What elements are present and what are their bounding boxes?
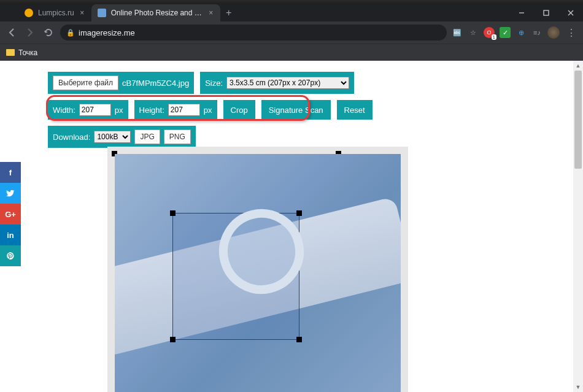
favorite-icon[interactable]: ☆ (468, 27, 479, 38)
translate-icon[interactable]: 🔤 (452, 27, 463, 38)
nav-forward-icon[interactable] (23, 26, 37, 39)
share-googleplus-icon[interactable]: G+ (0, 204, 21, 225)
width-input[interactable] (79, 104, 111, 116)
crop-handle[interactable] (296, 210, 302, 216)
width-chip: Width: px (48, 100, 128, 120)
scroll-down-icon[interactable]: ▼ (573, 382, 583, 392)
size-select[interactable]: 3.5x3.5 cm (207px x 207px) (226, 77, 349, 89)
download-jpg-button[interactable]: JPG (134, 129, 160, 144)
window-close-icon[interactable] (558, 4, 583, 21)
extension-check-icon[interactable]: ✓ (500, 27, 511, 38)
profile-avatar[interactable] (547, 26, 560, 39)
window-top (0, 0, 583, 4)
reading-list-icon[interactable]: ≡♪ (531, 27, 542, 38)
social-share-bar: f G+ in (0, 162, 21, 266)
scroll-up-icon[interactable]: ▲ (573, 61, 583, 71)
window-minimize-icon[interactable] (509, 4, 534, 21)
unit-label: px (204, 106, 212, 115)
download-chip: Download: 100kB JPG PNG (48, 126, 196, 148)
size-label: Size: (205, 79, 223, 88)
file-chooser-chip: Выберите файл cB7fMPm5ZC4.jpg (48, 72, 194, 94)
tab-close-icon[interactable]: × (79, 9, 85, 17)
scroll-thumb[interactable] (574, 71, 582, 169)
browser-address-bar: 🔒 imageresize.me 🔤 ☆ O1 ✓ ⊕ ≡♪ ⋮ (0, 21, 583, 44)
share-facebook-icon[interactable]: f (0, 162, 21, 183)
browser-titlebar: Lumpics.ru × Online Photo Resize and Cro… (0, 4, 583, 21)
tab-close-icon[interactable]: × (208, 9, 214, 17)
page-content: Выберите файл cB7fMPm5ZC4.jpg Size: 3.5x… (0, 61, 583, 392)
extension-globe-icon[interactable]: ⊕ (515, 27, 527, 38)
height-label: Height: (139, 106, 164, 115)
tab-title: Lumpics.ru (38, 9, 74, 17)
crop-handle[interactable] (170, 337, 176, 342)
download-label: Download: (53, 133, 90, 142)
window-maximize-icon[interactable] (534, 4, 558, 21)
crop-selection[interactable] (172, 213, 299, 340)
url-text: imageresize.me (79, 28, 135, 37)
extension-adblock-icon[interactable]: O1 (484, 27, 495, 38)
browser-tab-active[interactable]: Online Photo Resize and Crop | F × (91, 4, 220, 21)
new-tab-button[interactable]: + (220, 4, 237, 21)
image-canvas[interactable] (107, 147, 408, 392)
signature-scan-button[interactable]: Signature Scan (261, 100, 331, 120)
share-linkedin-icon[interactable]: in (0, 225, 21, 245)
nav-reload-icon[interactable] (42, 26, 55, 39)
height-input[interactable] (168, 104, 200, 116)
share-pinterest-icon[interactable] (0, 245, 21, 266)
share-twitter-icon[interactable] (0, 183, 21, 204)
download-png-button[interactable]: PNG (164, 129, 191, 144)
folder-icon (6, 49, 15, 56)
crop-button[interactable]: Crop (223, 100, 255, 120)
svg-rect-1 (544, 10, 549, 15)
unit-label: px (115, 106, 123, 115)
tab-favicon (98, 9, 106, 17)
crop-handle[interactable] (170, 210, 176, 216)
nav-back-icon[interactable] (5, 26, 18, 39)
browser-tab[interactable]: Lumpics.ru × (18, 4, 91, 21)
preview-image (115, 154, 401, 392)
bookmark-label[interactable]: Точка (18, 48, 37, 57)
tab-favicon (25, 9, 33, 17)
reset-button[interactable]: Reset (337, 100, 373, 120)
width-label: Width: (53, 106, 75, 115)
download-size-select[interactable]: 100kB (94, 131, 131, 143)
page-scrollbar[interactable]: ▲ ▼ (573, 61, 583, 392)
bookmarks-bar: Точка (0, 44, 583, 61)
size-chip: Size: 3.5x3.5 cm (207px x 207px) (200, 72, 354, 94)
filename-label: cB7fMPm5ZC4.jpg (122, 79, 189, 88)
crop-handle[interactable] (296, 337, 302, 342)
height-chip: Height: px (134, 100, 217, 120)
lock-icon: 🔒 (66, 29, 75, 37)
choose-file-button[interactable]: Выберите файл (53, 75, 118, 90)
address-omnibox[interactable]: 🔒 imageresize.me (60, 25, 447, 40)
tab-title: Online Photo Resize and Crop | F (111, 9, 203, 17)
browser-menu-icon[interactable]: ⋮ (565, 26, 578, 39)
